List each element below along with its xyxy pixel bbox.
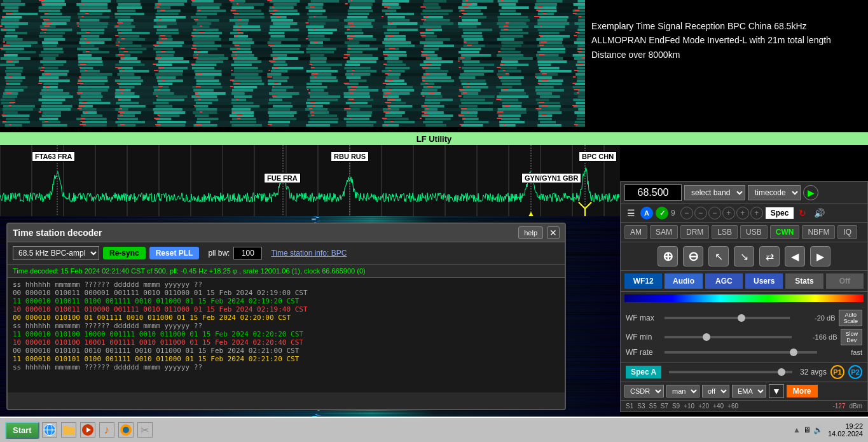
- tray-icon-sound: 🔊: [813, 425, 823, 434]
- plus-button-2[interactable]: +: [736, 207, 749, 219]
- minus-button-1[interactable]: −: [680, 207, 693, 219]
- station-label-rbu: RBU RUS: [331, 151, 369, 162]
- clock-date: 14.02.2024: [828, 430, 863, 438]
- func-stats[interactable]: Stats: [785, 273, 823, 289]
- mode-nbfm[interactable]: NBFM: [802, 225, 835, 239]
- refresh-button[interactable]: ↻: [796, 207, 809, 219]
- slow-dev-button[interactable]: SlowDev: [841, 329, 862, 345]
- taskbar-left: Start ♪ ✂: [5, 422, 153, 439]
- s9: S9: [671, 403, 681, 410]
- menu-icon-button[interactable]: ☰: [624, 207, 638, 219]
- func-audio[interactable]: Audio: [665, 273, 702, 289]
- zoom-in-button[interactable]: ⊕: [658, 246, 678, 266]
- wf-min-slider[interactable]: [665, 336, 792, 338]
- more-button[interactable]: More: [787, 385, 818, 397]
- close-button[interactable]: ✕: [547, 226, 560, 239]
- spec-a-slider[interactable]: [669, 371, 792, 373]
- p2-button[interactable]: P2: [848, 365, 862, 379]
- s-dbm-unit: dBm: [848, 403, 864, 410]
- zoom-ul-button[interactable]: ↖: [708, 246, 729, 266]
- timecode-select[interactable]: timecode: [748, 185, 801, 200]
- freq-mode-select[interactable]: 68.5 kHz BPC-ampl: [13, 246, 99, 260]
- func-users[interactable]: Users: [745, 273, 783, 289]
- waterfall-canvas: [0, 0, 585, 127]
- dropdown-extra-button[interactable]: ▼: [769, 384, 784, 398]
- zoom-dr-button[interactable]: ↘: [734, 246, 754, 266]
- nav-forward-button[interactable]: ▶: [810, 246, 830, 266]
- taskbar-icon-scissors[interactable]: ✂: [137, 422, 153, 438]
- start-button[interactable]: Start: [5, 422, 39, 439]
- lf-utility-label: LF Utility: [417, 134, 452, 144]
- wf-max-label: WF max: [626, 314, 661, 322]
- wf-rate-label: WF rate: [626, 348, 661, 357]
- select-band-dropdown[interactable]: select band: [684, 185, 745, 200]
- frequency-input[interactable]: [624, 184, 682, 201]
- plus-button-3[interactable]: +: [750, 207, 763, 219]
- mode-am[interactable]: AM: [624, 225, 647, 239]
- off-select[interactable]: off: [702, 385, 729, 397]
- func-agc[interactable]: AGC: [705, 273, 743, 289]
- station-label-bpc: BPC CHN: [579, 151, 617, 162]
- taskbar-icon-folder[interactable]: [61, 422, 76, 438]
- wf-min-value: -166 dB: [796, 333, 837, 341]
- time-station-info-link[interactable]: Time station info: BPC: [271, 249, 347, 258]
- csdr-select[interactable]: CSDR: [624, 385, 664, 397]
- mode-row: AM SAM DRM LSB USB CWN NBFM IQ: [621, 223, 867, 242]
- wf-max-value: -20 dB: [794, 314, 835, 322]
- icon-row: ☰ A ✓ 9 − − − + + + Spec ↻ 🔊: [621, 204, 867, 223]
- decoder-output[interactable]: ss hhhhhh mmmmmm ?????? dddddd mmmm yyyy…: [8, 278, 565, 392]
- station-label-gyn: GYN/GYN1 GBR: [521, 173, 581, 183]
- taskbar-icon-audio[interactable]: ♪: [99, 422, 114, 438]
- resync-button[interactable]: Re-sync: [103, 247, 146, 259]
- info-line-3: Distance over 8000km: [591, 48, 858, 62]
- clock-time: 19:22: [828, 422, 863, 430]
- info-text-area: Exemplary Time Signal Reception BPC Chin…: [591, 19, 858, 62]
- func-off[interactable]: Off: [826, 273, 864, 289]
- mode-drm[interactable]: DRM: [680, 225, 709, 239]
- wf-rate-value: fast: [821, 349, 862, 356]
- s-plus20: +20: [697, 403, 710, 410]
- s3: S3: [636, 403, 646, 410]
- taskbar-icon-media[interactable]: [80, 422, 95, 438]
- taskbar-icon-ie[interactable]: [42, 422, 57, 438]
- reset-pll-button[interactable]: Reset PLL: [149, 247, 200, 259]
- avgs-value: 32 avgs: [800, 368, 827, 376]
- ema-select[interactable]: EMA: [732, 385, 766, 397]
- wf-min-label: WF min: [626, 333, 661, 342]
- info-line-2: ALLMOPRAN EndFed Mode Inverted-L with 21…: [591, 33, 858, 47]
- mode-lsb[interactable]: LSB: [712, 225, 738, 239]
- minus-button-3[interactable]: −: [708, 207, 721, 219]
- mode-iq[interactable]: IQ: [837, 225, 857, 239]
- func-wf12[interactable]: WF12: [624, 273, 662, 289]
- taskbar-icon-firefox[interactable]: [118, 422, 134, 438]
- spec-button[interactable]: Spec: [766, 207, 794, 219]
- clock-display: 19:22 14.02.2024: [828, 422, 863, 438]
- help-button[interactable]: help: [518, 226, 543, 239]
- waterfall-top-display: [0, 0, 585, 127]
- volume-button[interactable]: 🔊: [811, 207, 827, 219]
- play-button[interactable]: ▶: [803, 185, 818, 200]
- minus-button-2[interactable]: −: [694, 207, 707, 219]
- station-label-fta63: FTA63 FRA: [32, 151, 75, 162]
- spectrum-color-bar: [624, 294, 864, 302]
- s-plus40: +40: [712, 403, 725, 410]
- auto-scale-button[interactable]: AutoScale: [839, 310, 862, 326]
- man-select[interactable]: man: [666, 385, 699, 397]
- nav-back-button[interactable]: ◀: [785, 246, 805, 266]
- spec-a-button[interactable]: Spec A: [626, 366, 661, 378]
- right-panel: select band timecode ▶ ☰ A ✓ 9 − − − + +…: [620, 181, 868, 412]
- mode-sam[interactable]: SAM: [650, 225, 678, 239]
- mode-usb[interactable]: USB: [740, 225, 768, 239]
- badge-num: 9: [671, 209, 675, 218]
- s1: S1: [624, 403, 635, 410]
- wf-rate-slider[interactable]: [665, 351, 817, 354]
- mode-cwn[interactable]: CWN: [770, 225, 800, 239]
- s7: S7: [659, 403, 670, 410]
- p1-button[interactable]: P1: [830, 365, 844, 379]
- zoom-out-button[interactable]: ⊖: [683, 246, 703, 266]
- taskbar-icons: ♪ ✂: [42, 422, 153, 438]
- plus-button-1[interactable]: +: [722, 207, 735, 219]
- swap-button[interactable]: ⇄: [759, 246, 780, 266]
- wf-max-slider[interactable]: [665, 317, 790, 319]
- pll-bw-input[interactable]: [233, 247, 262, 259]
